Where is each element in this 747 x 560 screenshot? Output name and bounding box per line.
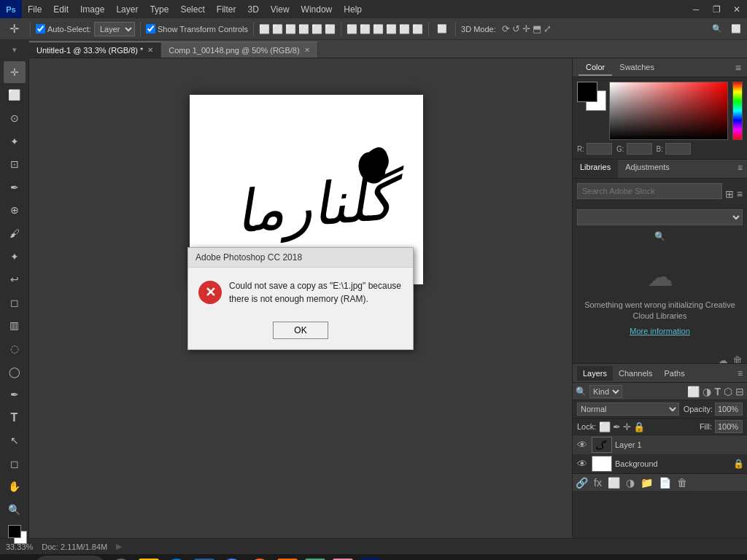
layer-fill-input[interactable] <box>715 420 743 433</box>
lock-position-icon[interactable]: ✛ <box>623 421 631 432</box>
history-brush-tool[interactable]: ↩ <box>4 268 26 290</box>
color-tab[interactable]: Color <box>578 60 612 76</box>
distribute-top-icon[interactable]: ⬜ <box>386 24 397 34</box>
menu-view[interactable]: View <box>265 0 295 18</box>
menu-edit[interactable]: Edit <box>47 0 74 18</box>
menu-filter[interactable]: Filter <box>211 0 242 18</box>
library-select-dropdown[interactable] <box>577 209 743 225</box>
taskbar-vlc-icon[interactable]: ▶ <box>274 556 301 560</box>
lock-paint-icon[interactable]: ✒ <box>613 421 621 432</box>
adobe-stock-search-input[interactable] <box>577 183 722 199</box>
taskbar-chrome-icon[interactable]: ◯ <box>219 556 245 560</box>
libraries-menu-icon[interactable]: ≡ <box>733 160 747 178</box>
lock-pixels-icon[interactable]: ⬜ <box>599 421 611 432</box>
search-icon[interactable]: 🔍 <box>709 23 725 35</box>
new-layer-icon[interactable]: 📄 <box>659 477 671 489</box>
menu-image[interactable]: Image <box>74 0 110 18</box>
green-input[interactable] <box>627 143 652 155</box>
clone-stamp-tool[interactable]: ✦ <box>4 246 26 268</box>
dodge-tool[interactable]: ◯ <box>4 361 26 383</box>
taskbar-search-icon[interactable]: ⊙ <box>34 556 107 560</box>
3d-rotate-icon[interactable]: ⟳ <box>502 23 510 34</box>
tab-close-untitled[interactable]: ✕ <box>147 46 153 54</box>
tab-untitled[interactable]: Untitled-1 @ 33.3% (RGB/8) * ✕ <box>29 42 161 58</box>
menu-file[interactable]: File <box>22 0 47 18</box>
libraries-more-info-link[interactable]: More information <box>630 327 690 335</box>
3d-pan-icon[interactable]: ✛ <box>522 23 530 34</box>
taskbar-photoshop-icon[interactable]: Ps <box>357 556 384 560</box>
grid-view-icon[interactable]: ⊞ <box>725 188 734 200</box>
distribute-bottom-icon[interactable]: ⬜ <box>412 24 423 34</box>
ok-button[interactable]: OK <box>273 322 328 339</box>
layers-panel-menu-icon[interactable]: ≡ <box>738 368 743 378</box>
eyedropper-tool[interactable]: ✒ <box>4 176 26 198</box>
layers-kind-dropdown[interactable]: Kind <box>589 385 622 398</box>
auto-select-dropdown[interactable]: Layer <box>94 22 135 36</box>
distribute-center-icon[interactable]: ⬜ <box>360 24 371 34</box>
type-filter-icon[interactable]: T <box>714 386 721 397</box>
shape-tool[interactable]: ◻ <box>4 453 26 475</box>
distribute-middle-icon[interactable]: ⬜ <box>399 24 410 34</box>
taskbar-file-explorer-icon[interactable]: 📁 <box>136 556 162 560</box>
tab-close-comp[interactable]: ✕ <box>304 46 310 54</box>
lock-all-icon[interactable]: 🔒 <box>633 421 645 432</box>
align-bottom-icon[interactable]: ⬜ <box>325 24 336 34</box>
3d-roll-icon[interactable]: ↺ <box>512 23 520 34</box>
menu-select[interactable]: Select <box>174 0 210 18</box>
red-input[interactable] <box>587 143 612 155</box>
auto-select-checkbox[interactable] <box>36 24 45 34</box>
lasso-tool[interactable]: ⊙ <box>4 107 26 129</box>
3d-slide-icon[interactable]: ⬒ <box>533 23 541 34</box>
delete-layer-icon[interactable]: 🗑 <box>677 477 687 489</box>
taskbar-7zip-icon[interactable]: 7z <box>302 556 328 560</box>
taskbar-cortana-icon[interactable]: ◯ <box>108 556 134 560</box>
text-tool[interactable]: T <box>4 407 26 429</box>
pixel-filter-icon[interactable]: ⬜ <box>687 386 700 397</box>
layer-opacity-input[interactable] <box>715 402 743 416</box>
color-panel-menu-icon[interactable]: ≡ <box>735 62 741 74</box>
foreground-color[interactable] <box>577 82 597 102</box>
layer1-visibility-icon[interactable]: 👁 <box>576 439 589 451</box>
delete-library-icon[interactable]: 🗑 <box>732 354 743 363</box>
zoom-tool[interactable]: 🔍 <box>4 499 26 521</box>
start-button[interactable]: ⊞ <box>3 554 32 560</box>
show-transform-checkbox[interactable] <box>146 24 155 34</box>
magic-wand-tool[interactable]: ✦ <box>4 131 26 152</box>
add-to-library-icon[interactable]: ☁ <box>718 354 728 363</box>
hand-tool[interactable]: ✋ <box>4 476 26 498</box>
adjustment-filter-icon[interactable]: ◑ <box>703 386 711 397</box>
menu-layer[interactable]: Layer <box>110 0 144 18</box>
workspace-icon[interactable]: ⬜ <box>728 23 744 35</box>
add-mask-icon[interactable]: ⬜ <box>608 477 620 489</box>
gradient-tool[interactable]: ▥ <box>4 315 26 337</box>
add-adjustment-icon[interactable]: ◑ <box>626 477 635 489</box>
layer-mode-dropdown[interactable]: Normal <box>577 402 679 416</box>
distribute-left-icon[interactable]: ⬜ <box>347 24 357 34</box>
foreground-background-colors[interactable] <box>8 525 21 538</box>
align-center-icon[interactable]: ⬜ <box>272 24 283 34</box>
swatches-tab[interactable]: Swatches <box>612 60 662 76</box>
taskbar-edge-icon[interactable]: e <box>163 556 190 560</box>
menu-window[interactable]: Window <box>295 0 338 18</box>
tab-comp[interactable]: Comp 1_00148.png @ 50% (RGB/8) ✕ <box>161 42 317 58</box>
libraries-tab[interactable]: Libraries <box>573 160 618 178</box>
path-selection-tool[interactable]: ↖ <box>4 430 26 452</box>
layer-row-background[interactable]: 👁 Background 🔒 <box>573 454 747 473</box>
eraser-tool[interactable]: ◻ <box>4 292 26 314</box>
blue-input[interactable] <box>665 143 691 155</box>
taskbar-firefox-icon[interactable]: 🦊 <box>247 556 273 560</box>
distribute-right-icon[interactable]: ⬜ <box>373 24 384 34</box>
add-style-icon[interactable]: fx <box>594 477 602 489</box>
background-visibility-icon[interactable]: 👁 <box>576 458 589 470</box>
menu-help[interactable]: Help <box>338 0 368 18</box>
align-top-icon[interactable]: ⬜ <box>298 24 309 34</box>
healing-brush-tool[interactable]: ⊕ <box>4 200 26 222</box>
color-hue-bar[interactable] <box>732 82 743 140</box>
close-button[interactable]: ✕ <box>727 0 747 18</box>
color-swatches[interactable] <box>577 82 606 111</box>
paths-tab[interactable]: Paths <box>659 366 691 381</box>
layer-row-layer1[interactable]: 👁 گ Layer 1 <box>573 435 747 454</box>
color-gradient-picker[interactable] <box>609 82 728 140</box>
layers-tab[interactable]: Layers <box>577 366 613 381</box>
move-tool[interactable]: ✛ <box>4 61 26 83</box>
